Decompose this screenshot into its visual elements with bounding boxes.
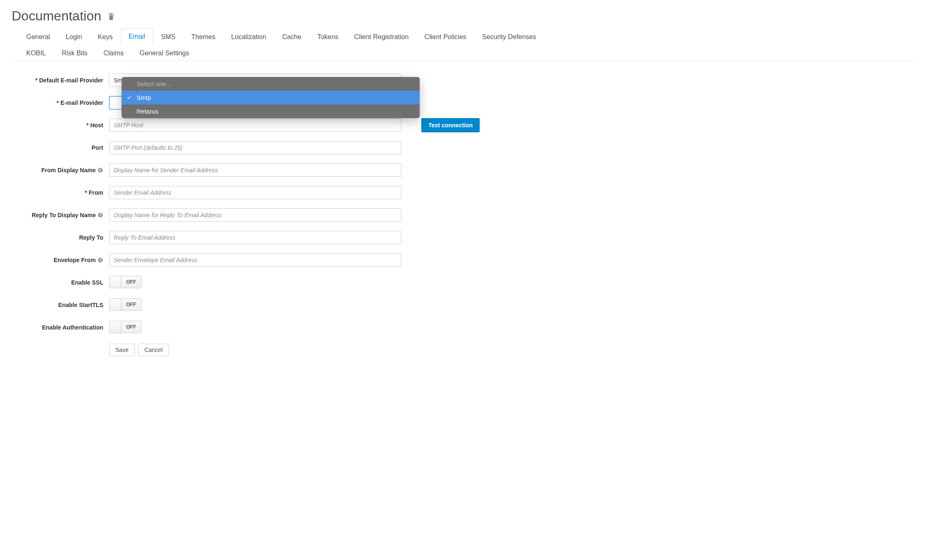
tab-claims[interactable]: Claims: [95, 45, 132, 61]
svg-text:?: ?: [100, 213, 102, 217]
tab-kobil[interactable]: KOBIL: [18, 45, 54, 61]
toggle-handle: [110, 321, 121, 333]
toggle-handle: [110, 276, 121, 288]
tab-tokens[interactable]: Tokens: [309, 29, 346, 45]
cancel-button[interactable]: Cancel: [138, 344, 169, 356]
enable-starttls-label: Enable StartTLS: [58, 302, 103, 308]
tab-login[interactable]: Login: [58, 29, 90, 45]
reply-to-input[interactable]: [109, 231, 401, 244]
tab-risk-bits[interactable]: Risk Bits: [54, 45, 95, 61]
test-connection-button[interactable]: Test connection: [421, 118, 480, 132]
tab-client-registration[interactable]: Client Registration: [346, 29, 417, 45]
tabs: General Login Keys Email SMS Themes Loca…: [12, 28, 914, 61]
toggle-state: OFF: [121, 299, 141, 310]
host-label: Host: [90, 122, 103, 129]
toggle-state: OFF: [121, 321, 141, 333]
tab-sms[interactable]: SMS: [153, 29, 184, 45]
page-title: Documentation: [12, 8, 101, 24]
trash-icon[interactable]: [107, 12, 115, 21]
reply-display-input[interactable]: [109, 208, 401, 222]
envelope-from-input[interactable]: [109, 253, 401, 267]
toggle-state: OFF: [121, 276, 141, 288]
default-provider-label: Default E-mail Provider: [39, 77, 103, 84]
reply-to-label: Reply To: [79, 234, 103, 241]
svg-text:?: ?: [100, 168, 102, 172]
enable-ssl-label: Enable SSL: [71, 279, 103, 286]
tab-client-policies[interactable]: Client Policies: [416, 29, 474, 45]
tab-themes[interactable]: Themes: [183, 29, 223, 45]
required-indicator: *: [35, 77, 37, 84]
required-indicator: *: [85, 189, 87, 196]
provider-dropdown[interactable]: Select one... Smtp Retarus: [122, 77, 420, 118]
toggle-handle: [110, 299, 121, 310]
tab-general[interactable]: General: [18, 29, 58, 45]
dropdown-option-retarus[interactable]: Retarus: [122, 104, 420, 118]
tab-email[interactable]: Email: [121, 28, 153, 45]
from-input[interactable]: [109, 186, 401, 199]
required-indicator: *: [86, 122, 88, 129]
tab-security-defenses[interactable]: Security Defenses: [474, 29, 544, 45]
help-icon[interactable]: ?: [97, 167, 103, 173]
port-label: Port: [92, 144, 103, 151]
from-display-label: From Display Name: [41, 167, 96, 173]
tab-cache[interactable]: Cache: [274, 29, 309, 45]
check-icon: [127, 94, 132, 101]
reply-display-label: Reply To Display Name: [32, 212, 96, 218]
help-icon[interactable]: ?: [97, 212, 103, 218]
port-input[interactable]: [109, 141, 401, 154]
envelope-from-label: Envelope From: [54, 257, 96, 263]
svg-text:?: ?: [100, 258, 102, 262]
from-label: From: [89, 189, 103, 196]
required-indicator: *: [57, 99, 59, 106]
enable-auth-toggle[interactable]: OFF: [109, 321, 142, 333]
dropdown-option-label: Retarus: [137, 108, 159, 115]
dropdown-option-label: Smtp: [137, 94, 151, 101]
dropdown-placeholder: Select one...: [122, 77, 420, 91]
tab-keys[interactable]: Keys: [90, 29, 121, 45]
enable-auth-label: Enable Authentication: [42, 324, 103, 331]
enable-ssl-toggle[interactable]: OFF: [109, 276, 142, 288]
tab-general-settings[interactable]: General Settings: [132, 45, 197, 61]
dropdown-option-smtp[interactable]: Smtp: [122, 91, 420, 104]
save-button[interactable]: Save: [109, 344, 135, 356]
help-icon[interactable]: ?: [97, 257, 103, 263]
enable-starttls-toggle[interactable]: OFF: [109, 298, 142, 311]
email-provider-label: E-mail Provider: [60, 99, 103, 106]
host-input[interactable]: [109, 119, 401, 132]
tab-localization[interactable]: Localization: [223, 29, 274, 45]
from-display-input[interactable]: [109, 164, 401, 177]
